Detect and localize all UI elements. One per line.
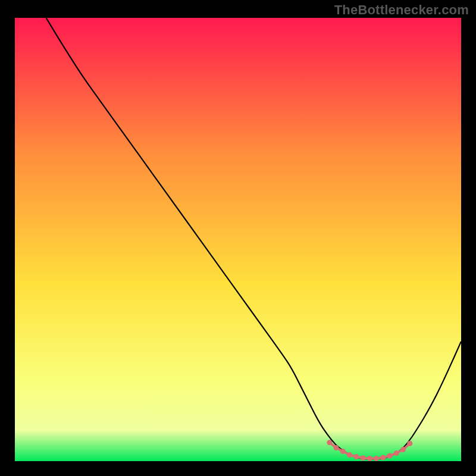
marker-dot: [400, 447, 406, 452]
marker-dot: [327, 440, 332, 445]
marker-dot: [367, 456, 372, 461]
marker-dot: [353, 454, 359, 459]
marker-dot: [361, 455, 366, 461]
chart-svg: [15, 18, 461, 461]
plot-area: [15, 18, 461, 461]
chart-container: TheBottlenecker.com: [0, 0, 476, 476]
marker-dot: [394, 450, 399, 456]
marker-dot: [334, 445, 339, 450]
marker-dot: [407, 441, 412, 446]
marker-dot: [380, 455, 386, 461]
marker-dot: [374, 456, 379, 461]
marker-dot: [387, 453, 393, 459]
marker-dot: [347, 452, 352, 458]
marker-dot: [340, 449, 346, 454]
gradient-background: [15, 18, 461, 461]
watermark-text: TheBottlenecker.com: [334, 2, 469, 18]
